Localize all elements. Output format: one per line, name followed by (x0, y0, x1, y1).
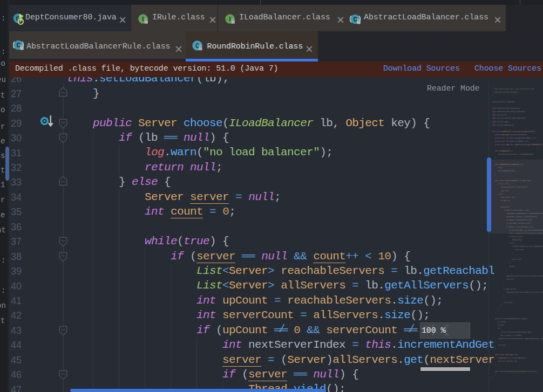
svg-text:C: C (195, 43, 199, 50)
svg-text:C: C (353, 16, 357, 24)
svg-text:I: I (142, 15, 145, 23)
svg-text:C: C (16, 42, 20, 50)
svg-text:I: I (229, 15, 232, 23)
